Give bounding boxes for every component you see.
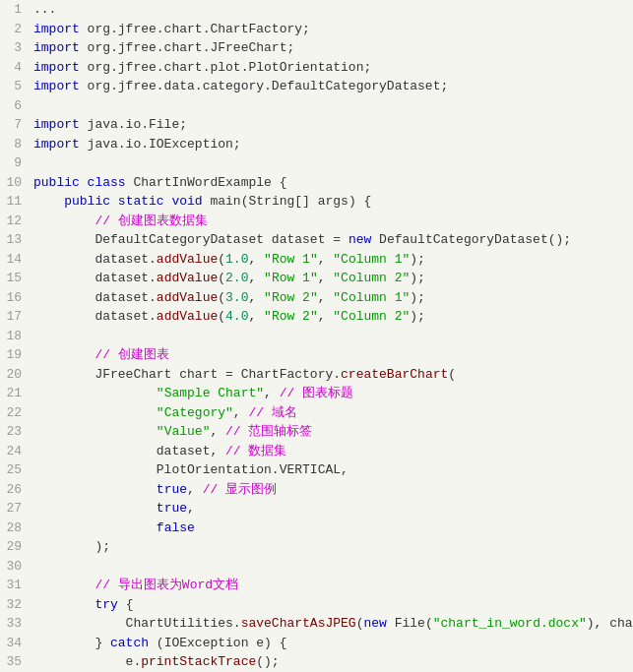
- table-row: 31 // 导出图表为Word文档: [0, 576, 633, 595]
- table-row: 12 // 创建图表数据集: [0, 212, 633, 231]
- line-number: 32: [0, 595, 30, 615]
- line-number: 6: [0, 96, 30, 116]
- table-row: 26 true, // 显示图例: [0, 480, 633, 500]
- table-row: 21 "Sample Chart", // 图表标题: [0, 384, 633, 403]
- table-row: 24 dataset, // 数据集: [0, 442, 633, 461]
- line-content: ChartUtilities.saveChartAsJPEG(new File(…: [30, 614, 633, 634]
- line-content: import org.jfree.chart.plot.PlotOrientat…: [30, 58, 633, 78]
- line-number: 12: [0, 212, 30, 231]
- table-row: 25 PlotOrientation.VERTICAL,: [0, 460, 633, 480]
- table-row: 23 "Value", // 范围轴标签: [0, 422, 633, 442]
- table-row: 14 dataset.addValue(1.0, "Row 1", "Colum…: [0, 250, 633, 270]
- line-content: dataset.addValue(3.0, "Row 2", "Column 1…: [30, 288, 633, 308]
- line-content: [30, 327, 633, 346]
- line-number: 22: [0, 403, 30, 423]
- line-content: PlotOrientation.VERTICAL,: [30, 460, 633, 480]
- line-number: 24: [0, 442, 30, 461]
- table-row: 16 dataset.addValue(3.0, "Row 2", "Colum…: [0, 288, 633, 308]
- line-content: dataset.addValue(4.0, "Row 2", "Column 2…: [30, 307, 633, 327]
- line-number: 35: [0, 652, 30, 672]
- line-content: "Value", // 范围轴标签: [30, 422, 633, 442]
- line-number: 14: [0, 250, 30, 270]
- line-number: 29: [0, 537, 30, 557]
- line-number: 23: [0, 422, 30, 442]
- table-row: 13 DefaultCategoryDataset dataset = new …: [0, 230, 633, 250]
- table-row: 27 true,: [0, 499, 633, 519]
- table-row: 1...: [0, 0, 633, 20]
- table-row: 30: [0, 557, 633, 577]
- line-number: 2: [0, 20, 30, 39]
- table-row: 18: [0, 327, 633, 346]
- line-number: 1: [0, 0, 30, 20]
- line-content: JFreeChart chart = ChartFactory.createBa…: [30, 365, 633, 385]
- line-content: false: [30, 519, 633, 538]
- line-content: "Category", // 域名: [30, 403, 633, 423]
- line-content: ...: [30, 0, 633, 20]
- table-row: 5import org.jfree.data.category.DefaultC…: [0, 77, 633, 96]
- line-number: 17: [0, 307, 30, 327]
- line-number: 13: [0, 230, 30, 250]
- table-row: 17 dataset.addValue(4.0, "Row 2", "Colum…: [0, 307, 633, 327]
- line-content: DefaultCategoryDataset dataset = new Def…: [30, 230, 633, 250]
- line-number: 25: [0, 460, 30, 480]
- table-row: 29 );: [0, 537, 633, 557]
- line-content: public class ChartInWordExample {: [30, 173, 633, 193]
- line-content: try {: [30, 595, 633, 615]
- table-row: 33 ChartUtilities.saveChartAsJPEG(new Fi…: [0, 614, 633, 634]
- line-number: 7: [0, 115, 30, 135]
- table-row: 34 } catch (IOException e) {: [0, 634, 633, 653]
- table-row: 35 e.printStackTrace();: [0, 652, 633, 672]
- line-content: [30, 153, 633, 173]
- line-content: import org.jfree.chart.ChartFactory;: [30, 20, 633, 39]
- line-content: import org.jfree.data.category.DefaultCa…: [30, 77, 633, 96]
- line-number: 34: [0, 634, 30, 653]
- line-number: 28: [0, 519, 30, 538]
- table-row: 10public class ChartInWordExample {: [0, 173, 633, 193]
- line-number: 8: [0, 135, 30, 154]
- line-number: 9: [0, 153, 30, 173]
- line-content: import org.jfree.chart.JFreeChart;: [30, 38, 633, 58]
- line-number: 26: [0, 480, 30, 500]
- line-number: 21: [0, 384, 30, 403]
- line-content: dataset, // 数据集: [30, 442, 633, 461]
- table-row: 19 // 创建图表: [0, 345, 633, 365]
- table-row: 11 public static void main(String[] args…: [0, 192, 633, 212]
- line-number: 20: [0, 365, 30, 385]
- line-content: true, // 显示图例: [30, 480, 633, 500]
- code-editor: 1...2import org.jfree.chart.ChartFactory…: [0, 0, 633, 672]
- line-content: [30, 557, 633, 577]
- line-number: 3: [0, 38, 30, 58]
- line-number: 33: [0, 614, 30, 634]
- table-row: 4import org.jfree.chart.plot.PlotOrienta…: [0, 58, 633, 78]
- line-number: 18: [0, 327, 30, 346]
- line-number: 19: [0, 345, 30, 365]
- line-content: [30, 96, 633, 116]
- table-row: 20 JFreeChart chart = ChartFactory.creat…: [0, 365, 633, 385]
- line-content: import java.io.File;: [30, 115, 633, 135]
- table-row: 28 false: [0, 519, 633, 538]
- code-table: 1...2import org.jfree.chart.ChartFactory…: [0, 0, 633, 672]
- line-content: } catch (IOException e) {: [30, 634, 633, 653]
- table-row: 15 dataset.addValue(2.0, "Row 1", "Colum…: [0, 269, 633, 288]
- line-content: "Sample Chart", // 图表标题: [30, 384, 633, 403]
- table-row: 9: [0, 153, 633, 173]
- line-number: 27: [0, 499, 30, 519]
- line-content: dataset.addValue(2.0, "Row 1", "Column 2…: [30, 269, 633, 288]
- line-content: // 创建图表: [30, 345, 633, 365]
- line-number: 30: [0, 557, 30, 577]
- table-row: 22 "Category", // 域名: [0, 403, 633, 423]
- line-number: 5: [0, 77, 30, 96]
- line-content: // 创建图表数据集: [30, 212, 633, 231]
- line-content: // 导出图表为Word文档: [30, 576, 633, 595]
- table-row: 6: [0, 96, 633, 116]
- line-number: 16: [0, 288, 30, 308]
- table-row: 7import java.io.File;: [0, 115, 633, 135]
- line-content: dataset.addValue(1.0, "Row 1", "Column 1…: [30, 250, 633, 270]
- line-number: 15: [0, 269, 30, 288]
- table-row: 3import org.jfree.chart.JFreeChart;: [0, 38, 633, 58]
- table-row: 32 try {: [0, 595, 633, 615]
- line-content: public static void main(String[] args) {: [30, 192, 633, 212]
- line-content: e.printStackTrace();: [30, 652, 633, 672]
- line-number: 10: [0, 173, 30, 193]
- line-number: 4: [0, 58, 30, 78]
